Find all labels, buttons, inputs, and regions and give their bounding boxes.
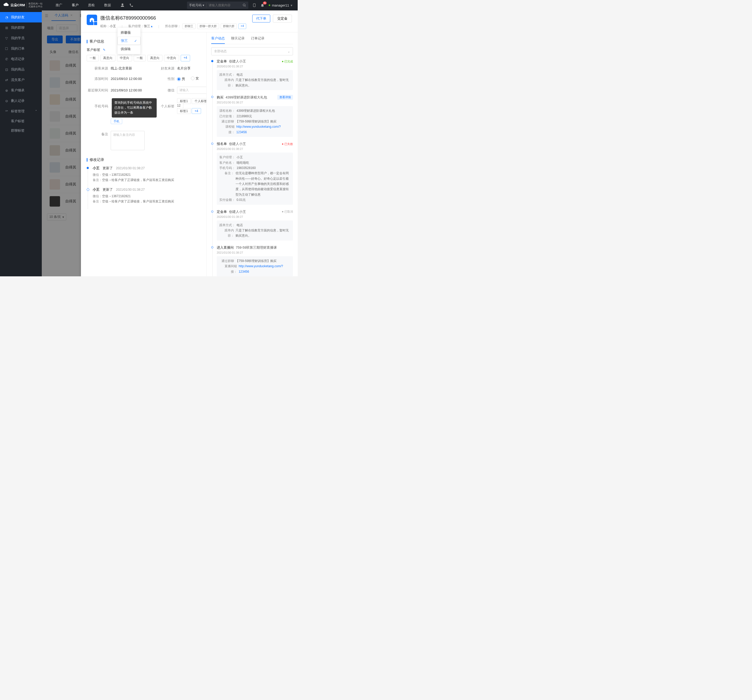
search: 手机号码▾ [187,2,248,9]
timeline-item: 进入直播间759-59班第三期理财直播课2021/01/30 01:38:27通… [213,245,293,276]
customer-drawer: 微信名称6789990000966 昵称：小王 | 客户经理：张三 ▴ | 所在… [81,11,298,276]
group-chip[interactable]: 群聊一群大群 [197,23,219,29]
check-icon: ✓ [134,39,137,43]
user-icon[interactable] [120,3,124,7]
tag-more[interactable]: +4 [181,55,190,61]
sidebar-inherit[interactable]: ⊕客户继承 [0,85,42,96]
customer-tag[interactable]: 中意向 [164,55,179,61]
activity-filter[interactable]: 全部动态⌄ [211,47,293,55]
phone-tag[interactable]: 手机 [111,118,122,124]
sidebar-lost[interactable]: ⇄流失客户 [0,75,42,85]
logo-icon [3,2,9,8]
phone-icon[interactable] [129,3,134,7]
sidebar-group-tags[interactable]: 群聊标签 [0,126,42,135]
group-more[interactable]: +4 [238,23,247,29]
timeline-item: 定金单创建人小王已取消2020/01/30 01:38:27跟单方式：电话跟单内… [213,210,293,245]
search-input[interactable] [207,3,241,7]
customer-avatar [87,15,97,25]
customer-tags-label: 客户标签 [87,48,100,52]
timeline-item: 报名单创建人小王已失败2020/01/30 01:38:27客户经理：小王客户姓… [213,142,293,210]
group-chip[interactable]: 群聊三 [182,23,196,29]
sidebar-tags[interactable]: ✑标签管理˄ [0,106,42,117]
log-item: 小王更新了2021/01/30 01:38:27微信：空值→1367218282… [88,166,200,187]
badge: 5 [263,2,267,5]
section-changelog-title: 修改记录 [90,157,104,162]
nav-qc[interactable]: 质检 [83,0,99,11]
search-button[interactable] [241,3,248,7]
svg-rect-1 [253,4,255,7]
sidebar-goods[interactable]: ⊡我的商品 [0,64,42,75]
customer-title: 微信名称6789990000966 [100,15,252,22]
section-info-title: 客户信息 [90,39,104,44]
gender-male[interactable]: 男 [177,77,185,81]
tab-chat[interactable]: 聊天记录 [231,36,245,44]
sidebar-delete[interactable]: ⊖删人记录 [0,96,42,106]
customer-tag[interactable]: 中意向 [117,55,132,61]
sidebar-friends[interactable]: ◔我的好友 [0,12,42,22]
edit-tags-icon[interactable]: ✎ [103,48,106,52]
sidebar-calls[interactable]: ✆电话记录 [0,54,42,64]
gender-female[interactable]: 女 [191,76,199,81]
timeline-item: 购买4399理财课进阶课程大礼包查看详情2021/01/30 01:38:27课… [213,95,293,142]
notifications[interactable]: 5 [260,3,264,7]
content: ☰ 个人活码✕ 我 项目请选择 运营期次请选择 导出 不加密导出 头像微信名 自… [42,11,298,276]
personal-tag-more[interactable]: +4 [192,108,201,114]
nav-customer[interactable]: 客户 [67,0,83,11]
customer-tag[interactable]: 一般 [134,55,146,61]
search-type-select[interactable]: 手机号码▾ [187,3,206,8]
view-detail-link[interactable]: 查看详情 [277,95,293,100]
group-chip[interactable]: 群聊六群 [221,23,237,29]
user-menu[interactable]: manager11▾ [269,3,292,7]
customer-tag[interactable]: 高意向 [147,55,162,61]
tab-orders[interactable]: 订单记录 [251,36,264,44]
wechat-input[interactable]: 请输入 [177,87,206,94]
dropdown-option[interactable]: 俱保咏 [118,45,140,53]
nav-data[interactable]: 数据 [99,0,116,11]
log-item: 小王更新了2021/01/30 01:38:27微信：空值→1367218282… [88,187,200,209]
remark-input[interactable]: 请输入备注内容 [111,131,144,150]
nav: 推广 客户 质检 数据 [51,0,116,11]
dropdown-option[interactable]: 师馨薇 [118,29,140,37]
sidebar-orders[interactable]: ☐我的订单 [0,44,42,54]
sidebar-students[interactable]: ▽我的学员 [0,33,42,44]
personal-tag[interactable]: 标签1 [177,108,191,114]
nav-promo[interactable]: 推广 [51,0,67,11]
tab-activity[interactable]: 客户动态 [211,36,225,44]
timeline-item: 定金单创建人小王已完成2020/01/30 01:38:27跟单方式：电话跟单内… [213,59,293,95]
sidebar-customer-tags[interactable]: 客户标签 [0,117,42,126]
mobile-icon[interactable] [252,3,256,8]
phone-duplicate-tooltip: 查询到此手机号码在系统中已存在，可以将两条客户数据合并为一条 [112,98,157,118]
customer-tag[interactable]: 高意向 [100,55,115,61]
topbar: 云朵CRM 教育机构一站式服务云平台 推广 客户 质检 数据 手机号码▾ 5 m… [0,0,298,11]
dropdown-option[interactable]: 张三✓ [118,37,140,45]
logo: 云朵CRM 教育机构一站式服务云平台 [0,2,46,8]
sidebar: ◔我的好友 ⊞我的群聊 ▽我的学员 ☐我的订单 ✆电话记录 ⊡我的商品 ⇄流失客… [0,11,42,276]
sidebar-groups[interactable]: ⊞我的群聊 [0,22,42,33]
customer-tag[interactable]: 一般 [87,55,99,61]
place-order-button[interactable]: 代下单 [252,15,270,22]
manager-dropdown: 师馨薇 张三✓ 俱保咏 [118,28,140,54]
deposit-button[interactable]: 交定金 [273,15,292,22]
svg-point-0 [243,4,245,6]
